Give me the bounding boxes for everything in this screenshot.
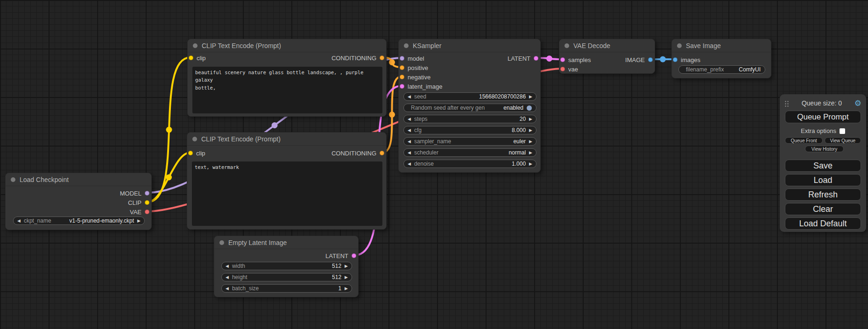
widget-denoise[interactable]: ◀denoise1.000▶ <box>403 160 536 168</box>
widget-filename-prefix[interactable]: filename_prefixComfyUI <box>678 65 765 74</box>
widget-ckpt-name[interactable]: ◀ckpt_namev1-5-pruned-emaonly.ckpt▶ <box>13 217 145 225</box>
load-button[interactable]: Load <box>785 174 861 186</box>
output-port-conditioning[interactable] <box>380 151 384 155</box>
node-empty-latent-image[interactable]: Empty Latent ImageLATENT◀width512▶◀heigh… <box>214 236 359 297</box>
output-port-image[interactable] <box>648 57 653 62</box>
view-queue-button[interactable]: View Queue <box>825 137 861 144</box>
widget-value[interactable]: enabled <box>503 105 523 111</box>
widget-scheduler[interactable]: ◀schedulernormal▶ <box>403 148 536 157</box>
increment-arrow-icon[interactable]: ▶ <box>529 140 532 144</box>
conditioning-positive-midpoint-dot[interactable] <box>389 59 395 65</box>
prompt-textarea[interactable]: beautiful scenery nature glass bottle la… <box>192 67 382 113</box>
output-port-vae[interactable] <box>145 210 149 214</box>
save-button[interactable]: Save <box>785 160 861 172</box>
node-vae-decode[interactable]: VAE DecodesamplesvaeIMAGE <box>559 39 655 74</box>
node-title-bar[interactable]: VAE Decode <box>559 39 655 52</box>
refresh-button[interactable]: Refresh <box>785 189 861 201</box>
decrement-arrow-icon[interactable]: ◀ <box>17 219 21 223</box>
widget-value[interactable]: 156680208700286 <box>479 93 526 100</box>
increment-arrow-icon[interactable]: ▶ <box>529 151 532 155</box>
clear-button[interactable]: Clear <box>785 203 861 215</box>
collapse-dot-icon[interactable] <box>565 43 569 48</box>
increment-arrow-icon[interactable]: ▶ <box>345 287 348 291</box>
input-port-latent-image[interactable] <box>400 84 404 89</box>
widget-batch-size[interactable]: ◀batch_size1▶ <box>221 284 352 293</box>
widget-seed[interactable]: ◀seed156680208700286▶ <box>403 92 536 101</box>
widget-value[interactable]: 512 <box>332 274 341 280</box>
increment-arrow-icon[interactable]: ▶ <box>345 264 348 268</box>
widget-value[interactable]: v1-5-pruned-emaonly.ckpt <box>70 217 134 224</box>
input-port-negative[interactable] <box>400 75 404 79</box>
decrement-arrow-icon[interactable]: ◀ <box>226 264 229 268</box>
node-title-bar[interactable]: CLIP Text Encode (Prompt) <box>187 133 386 146</box>
increment-arrow-icon[interactable]: ▶ <box>529 128 532 133</box>
widget-value[interactable]: normal <box>508 149 526 156</box>
increment-arrow-icon[interactable]: ▶ <box>345 275 348 280</box>
node-title-bar[interactable]: Empty Latent Image <box>214 236 358 249</box>
extra-options-checkbox[interactable] <box>840 128 845 134</box>
input-port-clip[interactable] <box>189 56 193 60</box>
clip-link-positive-midpoint-dot[interactable] <box>166 127 172 133</box>
input-port-positive[interactable] <box>400 65 404 70</box>
widget-value[interactable]: 1 <box>338 285 341 292</box>
collapse-dot-icon[interactable] <box>11 177 15 182</box>
node-clip-text-encode-prompt[interactable]: CLIP Text Encode (Prompt)clipCONDITIONIN… <box>187 132 387 230</box>
prompt-textarea[interactable]: text, watermark <box>192 161 382 226</box>
input-port-clip[interactable] <box>188 151 193 155</box>
node-title-bar[interactable]: Save Image <box>672 39 771 52</box>
collapse-dot-icon[interactable] <box>404 43 409 48</box>
node-load-checkpoint[interactable]: Load CheckpointMODELCLIPVAE◀ckpt_namev1-… <box>5 173 152 230</box>
clip-link-negative-midpoint-dot[interactable] <box>166 175 172 181</box>
decrement-arrow-icon[interactable]: ◀ <box>226 287 229 291</box>
node-clip-text-encode-prompt[interactable]: CLIP Text Encode (Prompt)clipCONDITIONIN… <box>187 39 387 117</box>
collapse-dot-icon[interactable] <box>677 43 682 48</box>
input-port-vae[interactable] <box>560 67 565 71</box>
node-save-image[interactable]: Save Imageimagesfilename_prefixComfyUI <box>671 39 771 78</box>
decrement-arrow-icon[interactable]: ◀ <box>408 128 411 133</box>
decrement-arrow-icon[interactable]: ◀ <box>226 275 229 280</box>
collapse-dot-icon[interactable] <box>192 137 197 141</box>
queue-prompt-button[interactable]: Queue Prompt <box>785 111 861 123</box>
output-port-conditioning[interactable] <box>380 56 384 60</box>
increment-arrow-icon[interactable]: ▶ <box>137 219 141 223</box>
widget-value[interactable]: euler <box>513 138 526 145</box>
latent-to-decode-midpoint-dot[interactable] <box>546 56 552 62</box>
widget-value[interactable]: 512 <box>332 263 341 269</box>
widget-sampler-name[interactable]: ◀sampler_nameeuler▶ <box>403 137 536 146</box>
widget-value[interactable]: 1.000 <box>512 161 526 167</box>
node-title-bar[interactable]: KSampler <box>399 39 540 52</box>
queue-front-button[interactable]: Queue Front <box>785 137 823 144</box>
model-link-midpoint-dot[interactable] <box>272 122 278 128</box>
view-history-button[interactable]: View History <box>805 146 844 152</box>
node-title-bar[interactable]: Load Checkpoint <box>6 173 151 186</box>
widget-value[interactable]: ComfyUI <box>739 66 761 73</box>
decrement-arrow-icon[interactable]: ◀ <box>408 140 411 144</box>
output-port-latent[interactable] <box>534 56 538 61</box>
decrement-arrow-icon[interactable]: ◀ <box>408 151 411 155</box>
toggle-knob-icon[interactable] <box>527 105 532 111</box>
widget-value[interactable]: 8.000 <box>512 127 526 133</box>
output-port-latent[interactable] <box>352 253 356 258</box>
settings-gear-icon[interactable]: ⚙ <box>854 98 861 108</box>
widget-cfg[interactable]: ◀cfg8.000▶ <box>403 126 536 134</box>
input-port-model[interactable] <box>400 56 404 61</box>
load-default-button[interactable]: Load Default <box>785 217 861 230</box>
widget-steps[interactable]: ◀steps20▶ <box>403 115 536 123</box>
widget-random-seed-after-every-gen[interactable]: Random seed after every genenabled <box>403 104 536 112</box>
output-port-model[interactable] <box>145 191 149 196</box>
node-graph-canvas[interactable]: Load CheckpointMODELCLIPVAE◀ckpt_namev1-… <box>0 0 868 329</box>
image-link-midpoint-dot[interactable] <box>660 56 666 63</box>
increment-arrow-icon[interactable]: ▶ <box>529 95 532 99</box>
input-port-images[interactable] <box>673 57 677 62</box>
increment-arrow-icon[interactable]: ▶ <box>529 162 532 166</box>
node-ksampler[interactable]: KSamplermodelpositivenegativelatent_imag… <box>398 39 541 173</box>
drag-handle-icon[interactable] <box>784 100 789 107</box>
input-port-samples[interactable] <box>560 57 565 62</box>
increment-arrow-icon[interactable]: ▶ <box>529 117 532 121</box>
conditioning-negative-midpoint-dot[interactable] <box>389 112 395 118</box>
node-title-bar[interactable]: CLIP Text Encode (Prompt) <box>188 39 386 52</box>
widget-height[interactable]: ◀height512▶ <box>221 273 352 281</box>
collapse-dot-icon[interactable] <box>219 240 224 245</box>
widget-value[interactable]: 20 <box>520 116 526 122</box>
collapse-dot-icon[interactable] <box>193 43 198 48</box>
